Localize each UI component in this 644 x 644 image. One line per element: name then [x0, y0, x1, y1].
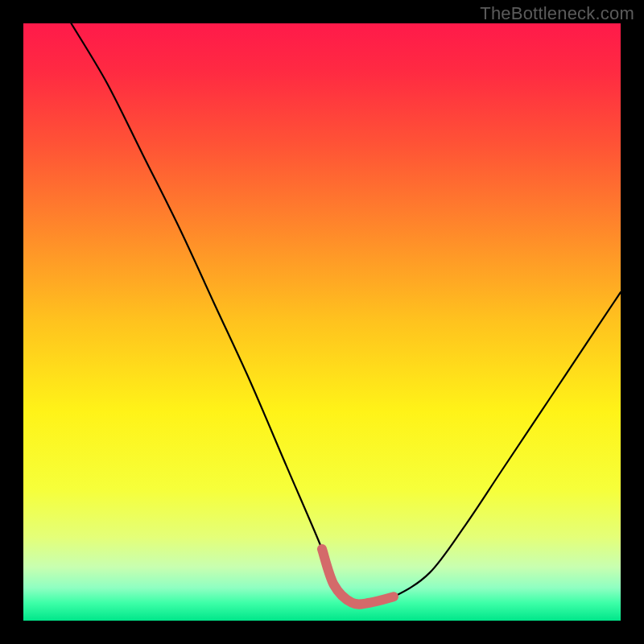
- watermark-text: TheBottleneck.com: [480, 3, 634, 24]
- bottleneck-curve: [23, 23, 621, 621]
- chart-area: [23, 23, 621, 621]
